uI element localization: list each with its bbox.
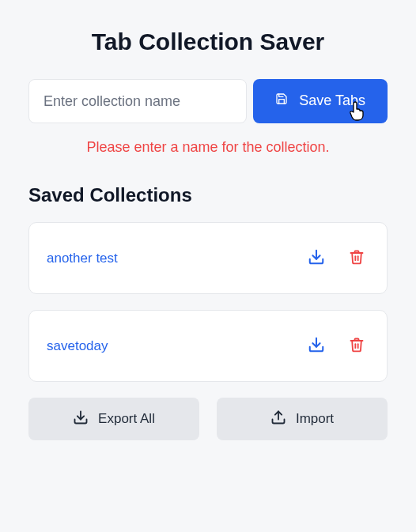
import-button-label: Import xyxy=(296,411,334,427)
collection-item: another test xyxy=(28,222,388,294)
error-message: Please enter a name for the collection. xyxy=(28,139,388,156)
import-button[interactable]: Import xyxy=(217,398,388,440)
collection-name-link[interactable]: savetoday xyxy=(47,338,303,354)
export-all-button[interactable]: Export All xyxy=(28,398,199,440)
page-title: Tab Collection Saver xyxy=(28,28,388,55)
collection-name-input[interactable] xyxy=(28,79,247,123)
delete-collection-button[interactable] xyxy=(344,244,369,272)
input-row: Save Tabs xyxy=(28,79,388,123)
download-icon xyxy=(308,248,325,268)
restore-collection-button[interactable] xyxy=(303,331,330,360)
export-button-label: Export All xyxy=(98,411,155,427)
restore-collection-button[interactable] xyxy=(303,243,330,273)
trash-icon xyxy=(349,337,365,355)
collection-item: savetoday xyxy=(28,310,388,382)
delete-collection-button[interactable] xyxy=(344,332,369,360)
save-tabs-button[interactable]: Save Tabs xyxy=(253,79,388,123)
saved-collections-heading: Saved Collections xyxy=(28,184,388,206)
trash-icon xyxy=(349,249,365,267)
download-icon xyxy=(308,336,325,356)
save-button-label: Save Tabs xyxy=(299,92,365,110)
collection-name-link[interactable]: another test xyxy=(47,251,303,266)
upload-icon xyxy=(270,409,286,429)
download-icon xyxy=(73,409,89,429)
footer-actions: Export All Import xyxy=(28,398,388,440)
save-icon xyxy=(275,92,288,110)
